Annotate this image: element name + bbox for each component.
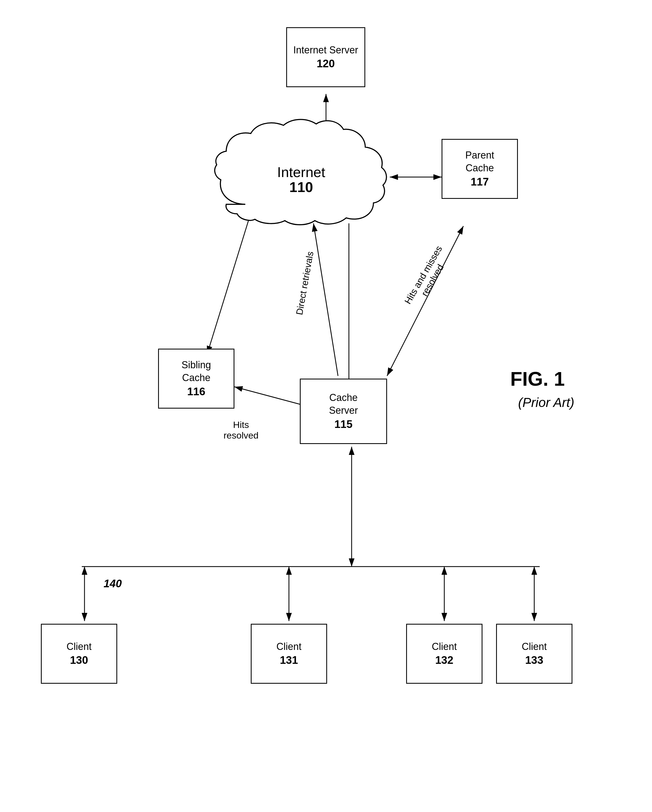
client-133-num: 133 [525, 653, 543, 667]
internet-server-box: Internet Server 120 [286, 27, 365, 87]
cache-server-box: CacheServer 115 [300, 379, 387, 444]
sibling-cache-num: 116 [187, 385, 205, 398]
fig-label: FIG. 1 [510, 368, 565, 390]
svg-text:110: 110 [289, 179, 313, 195]
client-130-num: 130 [70, 653, 88, 667]
client-133-label: Client [522, 640, 547, 653]
svg-text:Internet: Internet [277, 164, 326, 180]
network-label-140: 140 [104, 577, 122, 590]
cache-server-label: CacheServer [329, 391, 358, 417]
internet-cloud: Internet 110 [213, 117, 390, 233]
diagram-container: Internet Server 120 Internet 110 ParentC… [0, 0, 652, 812]
client-132-num: 132 [435, 653, 453, 667]
svg-line-16 [314, 223, 338, 376]
hits-resolved-label: Hitsresolved [223, 420, 259, 441]
parent-cache-label: ParentCache [465, 149, 494, 175]
client-133-box: Client 133 [496, 624, 572, 684]
fig-sublabel: (Prior Art) [518, 395, 574, 410]
parent-cache-num: 117 [471, 175, 489, 189]
parent-cache-box: ParentCache 117 [442, 139, 518, 199]
sibling-cache-box: SiblingCache 116 [158, 349, 234, 409]
client-132-label: Client [432, 640, 457, 653]
client-131-box: Client 131 [251, 624, 327, 684]
client-130-label: Client [66, 640, 92, 653]
internet-server-num: 120 [317, 56, 335, 70]
client-132-box: Client 132 [406, 624, 482, 684]
client-131-label: Client [276, 640, 302, 653]
client-130-box: Client 130 [41, 624, 117, 684]
client-131-num: 131 [280, 653, 298, 667]
internet-server-label: Internet Server [293, 44, 358, 56]
sibling-cache-label: SiblingCache [182, 359, 211, 385]
cache-server-num: 115 [334, 417, 353, 431]
direct-retrievals-label: Direct retrievals [294, 250, 315, 316]
hits-misses-label: Hits and missesresolved [403, 244, 453, 311]
